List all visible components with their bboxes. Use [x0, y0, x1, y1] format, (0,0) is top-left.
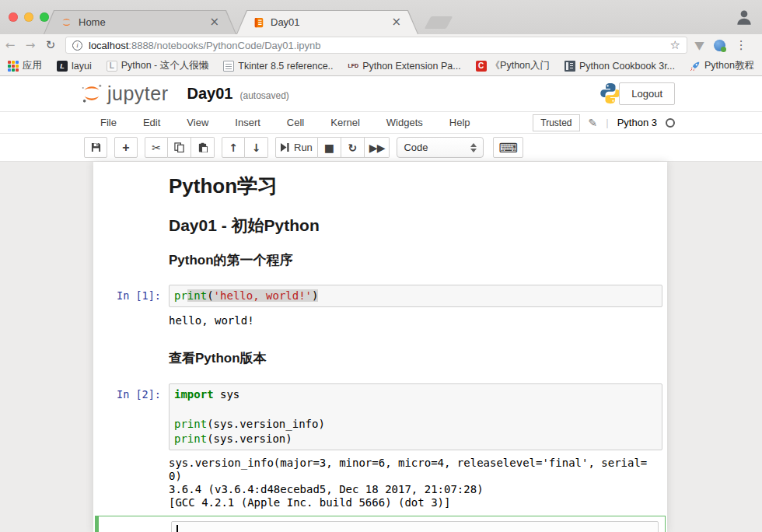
- bookmark-item-python-intro[interactable]: C 《Python入门: [476, 59, 550, 72]
- bookmark-label: Python Cookbook 3r...: [579, 61, 675, 72]
- restart-icon: ↻: [348, 142, 357, 154]
- bookmark-label: layui: [72, 61, 92, 72]
- menu-widgets[interactable]: Widgets: [373, 117, 436, 128]
- menu-cell[interactable]: Cell: [274, 117, 317, 128]
- tab-day01[interactable]: Day01 ×: [236, 10, 418, 34]
- bookmark-item-apps[interactable]: 应用: [8, 59, 42, 72]
- trusted-badge[interactable]: Trusted: [533, 114, 579, 131]
- markdown-heading-2: Day01 - 初始Python: [169, 216, 667, 235]
- tab-home[interactable]: Home ×: [44, 10, 236, 34]
- copy-icon: [174, 142, 184, 152]
- profile-icon[interactable]: [734, 7, 754, 27]
- csdn-favicon: C: [476, 61, 487, 72]
- notebook-scroll-area[interactable]: Python学习 Day01 - 初始Python Python的第一个程序 I…: [0, 162, 762, 532]
- arrow-down-icon: ↓: [252, 142, 261, 154]
- stop-button[interactable]: ■: [318, 137, 341, 158]
- cut-button[interactable]: ✂: [145, 137, 168, 158]
- menu-edit[interactable]: Edit: [130, 117, 173, 128]
- edit-pencil-icon: ✎: [589, 117, 598, 129]
- restart-button[interactable]: ↻: [341, 137, 365, 158]
- input-prompt: In [ ]:: [96, 521, 171, 532]
- notebook-title[interactable]: Day01: [187, 85, 233, 103]
- globe-extension-icon[interactable]: [714, 40, 725, 51]
- bookmark-label: Python - 这个人很懒: [121, 59, 209, 72]
- move-down-button[interactable]: ↓: [245, 137, 268, 158]
- menu-insert[interactable]: Insert: [222, 117, 274, 128]
- move-up-button[interactable]: ↑: [222, 137, 245, 158]
- browser-menu-icon[interactable]: ⋮: [736, 38, 747, 52]
- copy-button[interactable]: [168, 137, 191, 158]
- bookmark-item-python-blog[interactable]: L Python - 这个人很懒: [107, 59, 209, 72]
- bookmark-star-icon[interactable]: ☆: [670, 38, 680, 52]
- logout-button[interactable]: Logout: [619, 82, 675, 105]
- address-input[interactable]: i localhost :8888/notebooks/PythonCode/D…: [65, 37, 687, 54]
- menu-file[interactable]: File: [87, 117, 130, 128]
- code-input[interactable]: print('hello, world!'): [169, 285, 662, 307]
- tab-title: Home: [79, 16, 209, 28]
- back-button[interactable]: ←: [0, 38, 20, 52]
- markdown-heading-1: Python学习: [169, 174, 667, 198]
- notebook-page: Python学习 Day01 - 初始Python Python的第一个程序 I…: [93, 162, 667, 532]
- book-favicon: [565, 61, 575, 72]
- code-input-empty[interactable]: [171, 521, 659, 532]
- apps-grid-icon: [8, 61, 19, 72]
- text-cursor: [177, 525, 178, 532]
- input-prompt: In [2]:: [93, 383, 169, 401]
- close-window-button[interactable]: [9, 12, 18, 22]
- bookmark-label: Python Extension Pa...: [362, 61, 460, 72]
- menu-help[interactable]: Help: [436, 117, 484, 128]
- jupyter-wordmark[interactable]: jupyter: [107, 82, 169, 105]
- notebook-menubar: File Edit View Insert Cell Kernel Widget…: [0, 111, 762, 134]
- address-bar: ← → ↻ i localhost :8888/notebooks/Python…: [0, 34, 762, 56]
- bookmark-item-extension-packages[interactable]: LFD Python Extension Pa...: [348, 61, 461, 72]
- close-tab-icon[interactable]: ×: [209, 16, 219, 28]
- code-cell-1[interactable]: In [1]: print('hello, world!'): [93, 285, 667, 307]
- command-palette-button[interactable]: ⌨: [493, 137, 523, 158]
- notebook-toolbar: + ✂ ↑ ↓ Run ■ ↻ ▶: [0, 134, 762, 162]
- restart-run-all-button[interactable]: ▶▶: [365, 137, 390, 158]
- extension-v-icon[interactable]: ▼: [694, 39, 704, 51]
- close-tab-icon[interactable]: ×: [391, 16, 401, 28]
- letter-favicon: L: [107, 61, 117, 72]
- browser-titlebar: Home × Day01 ×: [0, 0, 762, 34]
- cell-type-select[interactable]: Code: [397, 137, 484, 158]
- code-input[interactable]: import sys print(sys.version_info)print(…: [169, 383, 662, 450]
- paste-button[interactable]: [191, 137, 215, 158]
- jupyter-logo[interactable]: [80, 82, 103, 105]
- forward-button[interactable]: →: [20, 38, 40, 52]
- lfd-favicon: LFD: [348, 63, 359, 68]
- code-cell-2[interactable]: In [2]: import sys print(sys.version_inf…: [93, 383, 667, 450]
- url-host: localhost: [89, 40, 128, 51]
- site-info-icon[interactable]: i: [72, 40, 82, 51]
- bookmark-label: 《Python入门: [491, 59, 550, 72]
- fast-forward-icon: ▶▶: [369, 142, 385, 154]
- bookmarks-bar: 应用 L layui L Python - 这个人很懒 Tkinter 8.5 …: [0, 56, 762, 76]
- bookmark-label: 应用: [23, 59, 42, 72]
- step-forward-icon: [281, 143, 289, 152]
- bookmark-item-layui[interactable]: L layui: [57, 61, 92, 72]
- run-label: Run: [294, 142, 313, 153]
- rocket-icon: [690, 61, 701, 72]
- reload-button[interactable]: ↻: [40, 38, 61, 52]
- keyboard-icon: ⌨: [498, 140, 518, 156]
- bookmark-item-cookbook[interactable]: Python Cookbook 3r...: [565, 61, 675, 72]
- bookmark-item-python-tutorial[interactable]: Python教程: [690, 59, 754, 72]
- floppy-icon: [91, 142, 101, 152]
- save-button[interactable]: [84, 137, 107, 158]
- code-cell-3-editing[interactable]: In [ ]:: [95, 516, 666, 532]
- new-tab-button[interactable]: [425, 16, 453, 29]
- arrow-up-icon: ↑: [229, 142, 238, 154]
- run-button[interactable]: Run: [275, 137, 318, 158]
- select-stepper-icon: [470, 143, 477, 152]
- cell-output: sys.version_info(major=3, minor=6, micro…: [169, 457, 662, 509]
- menu-view[interactable]: View: [173, 117, 222, 128]
- autosave-status: (autosaved): [239, 90, 288, 101]
- markdown-heading-3: Python的第一个程序: [169, 253, 667, 268]
- cell-type-value: Code: [404, 142, 470, 153]
- menu-kernel[interactable]: Kernel: [317, 117, 373, 128]
- bookmark-item-tkinter[interactable]: Tkinter 8.5 reference..: [223, 61, 333, 72]
- notebook-favicon: [253, 17, 264, 28]
- minimize-window-button[interactable]: [24, 12, 33, 22]
- layui-favicon: L: [57, 61, 68, 72]
- add-cell-button[interactable]: +: [114, 137, 138, 158]
